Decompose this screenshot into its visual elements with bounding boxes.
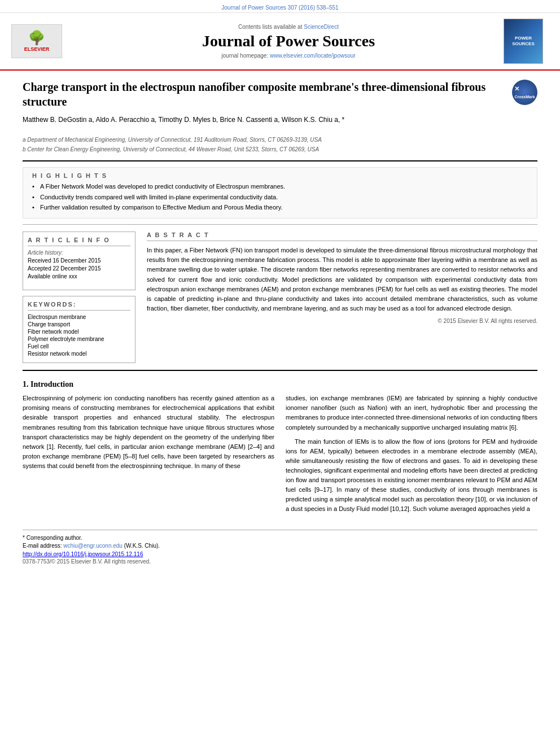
corresponding-label: * Corresponding author.	[23, 535, 82, 541]
intro-col-left: Electrospinning of polymeric ion conduct…	[23, 394, 274, 518]
article-info-label: A R T I C L E I N F O	[28, 237, 130, 246]
sciencedirect-link[interactable]: ScienceDirect	[304, 24, 339, 30]
keywords-section: Keywords: Electrospun membrane Charge tr…	[23, 296, 135, 363]
header-center: Contents lists available at ScienceDirec…	[73, 24, 504, 59]
article-title: Charge transport in the electrospun nano…	[23, 80, 506, 109]
journal-cover-image: POWERSOURCES	[504, 19, 543, 64]
journal-reference-bar: Journal of Power Sources 307 (2016) 538–…	[0, 0, 560, 13]
affiliation-a: a Department of Mechanical Engineering, …	[23, 136, 537, 144]
doi-link[interactable]: http://dx.doi.org/10.1016/j.jpowsour.201…	[23, 551, 143, 557]
highlight-item-2: Conductivity trends compared well with l…	[32, 193, 528, 202]
affiliations: a Department of Mechanical Engineering, …	[23, 136, 537, 154]
journal-homepage-line: journal homepage: www.elsevier.com/locat…	[73, 53, 504, 59]
abstract-section: A B S T R A C T In this paper, a Fiber N…	[147, 231, 537, 324]
history-subtitle: Article history:	[28, 250, 130, 256]
crossmark-text: CrossMark	[514, 95, 535, 99]
contents-text: Contents lists available at	[238, 24, 304, 30]
cover-title-text: POWERSOURCES	[512, 36, 535, 46]
article-info-abstract-cols: A R T I C L E I N F O Article history: R…	[23, 231, 537, 363]
keyword-4: Polymer electrolyte membrane	[28, 336, 130, 342]
introduction-section: 1. Introduction Electrospinning of polym…	[23, 380, 537, 518]
page-header: 🌳 ELSEVIER Contents lists available at S…	[0, 13, 560, 71]
intro-para-2: studies, ion exchange membranes (IEM) ar…	[286, 394, 537, 432]
contents-available-line: Contents lists available at ScienceDirec…	[73, 24, 504, 30]
highlights-list: A Fiber Network Model was developed to p…	[32, 182, 528, 212]
journal-title: Journal of Power Sources	[73, 32, 504, 50]
available-online: Available online xxx	[28, 273, 130, 281]
journal-cover-area: POWERSOURCES	[504, 19, 549, 64]
email-link[interactable]: wchiu@engr.uconn.edu	[63, 543, 123, 549]
article-info-box: A R T I C L E I N F O Article history: R…	[23, 231, 135, 290]
keyword-6: Resistor network model	[28, 351, 130, 357]
elsevier-label: ELSEVIER	[24, 46, 50, 52]
elsevier-logo-area: 🌳 ELSEVIER	[11, 24, 73, 58]
journal-ref-text: Journal of Power Sources 307 (2016) 538–…	[221, 5, 338, 11]
highlights-divider	[23, 224, 537, 225]
email-attribution: (W.K.S. Chiu).	[124, 543, 160, 549]
copyright-line: © 2015 Elsevier B.V. All rights reserved…	[147, 318, 537, 324]
intro-para-1: Electrospinning of polymeric ion conduct…	[23, 394, 274, 470]
affiliation-b: b Center for Clean Energy Engineering, U…	[23, 145, 537, 154]
highlights-section: H I G H L I G H T S A Fiber Network Mode…	[23, 167, 537, 219]
keyword-2: Charge transport	[28, 321, 130, 327]
keyword-5: Fuel cell	[28, 343, 130, 350]
elsevier-logo: 🌳 ELSEVIER	[11, 24, 62, 58]
abstract-label: A B S T R A C T	[147, 231, 537, 241]
abstract-divider	[23, 370, 537, 371]
introduction-heading: 1. Introduction	[23, 380, 537, 389]
intro-col-right: studies, ion exchange membranes (IEM) ar…	[286, 394, 537, 518]
article-header: Charge transport in the electrospun nano…	[23, 80, 537, 129]
article-history-group: Article history: Received 16 December 20…	[28, 250, 130, 281]
issn-line: 0378-7753/© 2015 Elsevier B.V. All right…	[23, 558, 537, 565]
authors-line: Matthew B. DeGostin a, Aldo A. Peracchio…	[23, 115, 506, 125]
col-abstract: A B S T R A C T In this paper, a Fiber N…	[147, 231, 537, 363]
footer-section: * Corresponding author. E-mail address: …	[23, 530, 537, 565]
col-article-info: A R T I C L E I N F O Article history: R…	[23, 231, 135, 363]
corresponding-author-note: * Corresponding author.	[23, 535, 537, 541]
keywords-list: Electrospun membrane Charge transport Fi…	[28, 314, 130, 357]
email-label: E-mail address:	[23, 543, 63, 549]
crossmark-badge: ✕CrossMark	[512, 80, 537, 105]
doi-line: http://dx.doi.org/10.1016/j.jpowsour.201…	[23, 551, 537, 557]
abstract-text: In this paper, a Fiber Network (FN) ion …	[147, 246, 537, 313]
homepage-text: journal homepage:	[221, 53, 270, 59]
keyword-3: Fiber network model	[28, 329, 130, 335]
keyword-1: Electrospun membrane	[28, 314, 130, 320]
intro-para-3: The main function of IEMs is to allow th…	[286, 437, 537, 514]
journal-homepage-link[interactable]: www.elsevier.com/locate/jpowsour	[270, 53, 356, 59]
email-footnote: E-mail address: wchiu@engr.uconn.edu (W.…	[23, 543, 537, 549]
introduction-two-col: Electrospinning of polymeric ion conduct…	[23, 394, 537, 518]
keywords-label: Keywords:	[28, 301, 130, 311]
elsevier-tree-icon: 🌳	[28, 31, 45, 45]
received-date: Received 16 December 2015	[28, 257, 130, 265]
highlight-item-3: Further validation resulted by compariso…	[32, 203, 528, 212]
main-content: Charge transport in the electrospun nano…	[0, 71, 560, 574]
highlights-label: H I G H L I G H T S	[32, 172, 528, 179]
article-title-block: Charge transport in the electrospun nano…	[23, 80, 506, 129]
crossmark-label: ✕CrossMark	[514, 85, 535, 99]
accepted-date: Accepted 22 December 2015	[28, 265, 130, 273]
highlight-item-1: A Fiber Network Model was developed to p…	[32, 182, 528, 191]
title-divider	[23, 160, 537, 161]
